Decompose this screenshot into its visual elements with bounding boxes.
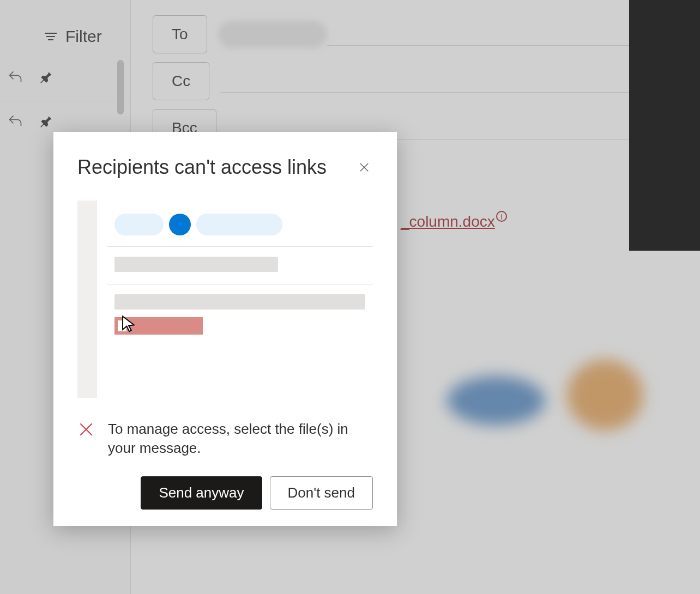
illustration-sidebar [77,201,97,398]
warning-text: To manage access, select the file(s) in … [108,420,373,458]
illustration-blocked-link [114,317,203,335]
dialog-footer: Send anyway Don't send [77,476,373,510]
dialog-title: Recipients can't access links [77,156,327,179]
dialog-header: Recipients can't access links [77,156,373,179]
close-button[interactable] [355,159,373,176]
illustration-body [107,201,373,398]
dialog-illustration [77,201,373,398]
error-x-icon [77,420,95,458]
access-warning-dialog: Recipients can't access links [53,132,397,526]
warning-message-row: To manage access, select the file(s) in … [77,420,373,458]
avatar-icon [169,214,191,235]
dont-send-button[interactable]: Don't send [270,476,373,510]
close-icon [358,161,370,173]
document-icon [118,320,126,331]
send-anyway-button[interactable]: Send anyway [141,476,262,510]
